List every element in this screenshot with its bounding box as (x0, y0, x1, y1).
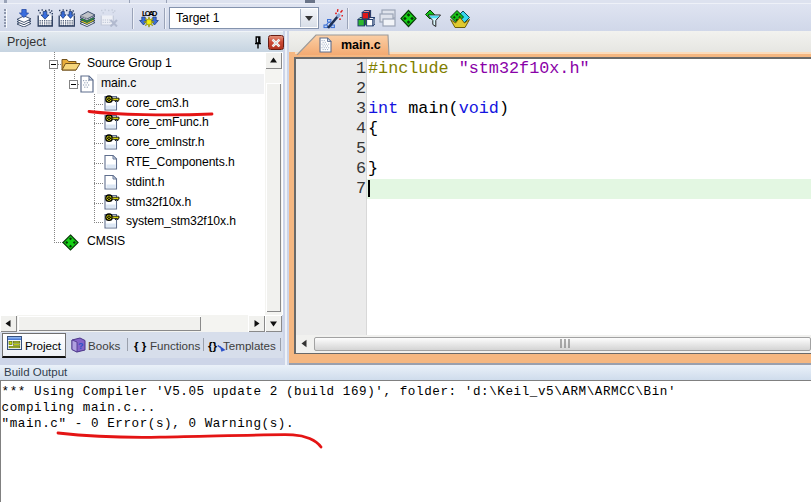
svg-text:LOAD: LOAD (142, 9, 158, 18)
svg-text:?: ? (78, 341, 84, 351)
